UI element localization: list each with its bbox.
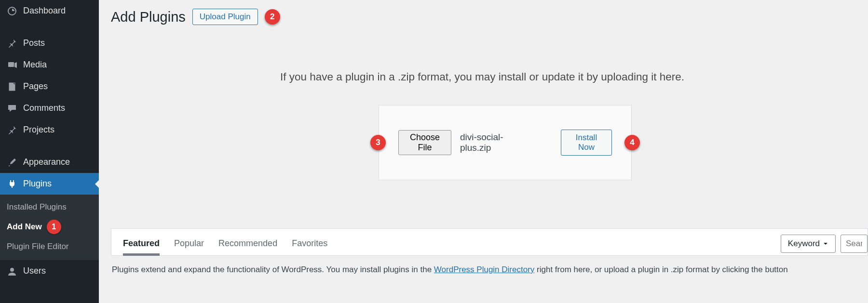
- page-header: Add Plugins Upload Plugin 2: [111, 9, 868, 25]
- submenu-plugin-file-editor[interactable]: Plugin File Editor: [0, 238, 99, 255]
- svg-rect-1: [8, 62, 14, 67]
- browse-panel: Featured Popular Recommended Favorites K…: [111, 228, 868, 256]
- user-icon: [6, 266, 18, 276]
- dashboard-icon: [6, 6, 18, 16]
- sidebar-item-appearance[interactable]: Appearance: [0, 151, 99, 173]
- pin-icon: [6, 39, 18, 48]
- marker-4: 4: [624, 135, 640, 150]
- plugins-submenu: Installed Plugins Add New 1 Plugin File …: [0, 195, 99, 260]
- install-now-button[interactable]: Install Now: [561, 130, 612, 156]
- sidebar-item-media[interactable]: Media: [0, 54, 99, 76]
- plug-icon: [6, 179, 18, 189]
- sidebar-item-label: Projects: [23, 125, 54, 135]
- upload-description: If you have a plugin in a .zip format, y…: [111, 71, 854, 83]
- upload-box: 3 Choose File divi-social-plus.zip Insta…: [379, 105, 632, 180]
- sidebar-item-label: Plugins: [23, 179, 52, 189]
- sidebar-item-dashboard[interactable]: Dashboard: [0, 0, 99, 22]
- sidebar-item-label: Posts: [23, 38, 45, 48]
- tab-recommended[interactable]: Recommended: [218, 238, 277, 255]
- sidebar-item-label: Users: [23, 266, 46, 276]
- search-type-label: Keyword: [788, 239, 820, 249]
- admin-sidebar: Dashboard Posts Media Pages Comments Pro…: [0, 0, 99, 303]
- sidebar-item-projects[interactable]: Projects: [0, 119, 99, 141]
- footer-pre: Plugins extend and expand the functional…: [112, 265, 434, 274]
- submenu-label: Installed Plugins: [7, 202, 67, 212]
- upload-plugin-button[interactable]: Upload Plugin: [192, 9, 258, 25]
- sidebar-item-pages[interactable]: Pages: [0, 76, 99, 97]
- sidebar-item-posts[interactable]: Posts: [0, 32, 99, 54]
- search-type-select[interactable]: Keyword: [781, 235, 836, 253]
- comment-icon: [6, 104, 18, 113]
- submenu-label: Add New: [7, 222, 42, 232]
- choose-file-button[interactable]: Choose File: [398, 130, 451, 155]
- footer-help-text: Plugins extend and expand the functional…: [112, 265, 868, 275]
- plugin-tabs: Featured Popular Recommended Favorites: [123, 238, 856, 255]
- sidebar-item-users[interactable]: Users: [0, 260, 99, 282]
- brush-icon: [6, 158, 18, 167]
- selected-file-name: divi-social-plus.zip: [460, 132, 528, 153]
- sidebar-item-comments[interactable]: Comments: [0, 97, 99, 119]
- tab-popular[interactable]: Popular: [174, 238, 204, 255]
- tab-favorites[interactable]: Favorites: [292, 238, 327, 255]
- footer-post: right from here, or upload a plugin in .…: [534, 265, 787, 274]
- sidebar-item-label: Media: [23, 60, 47, 70]
- submenu-add-new[interactable]: Add New 1: [0, 216, 99, 238]
- sidebar-item-label: Appearance: [23, 157, 70, 167]
- submenu-label: Plugin File Editor: [7, 242, 69, 251]
- plugin-search-input[interactable]: [841, 235, 868, 253]
- marker-1: 1: [47, 220, 61, 234]
- main-content: Add Plugins Upload Plugin 2 If you have …: [99, 0, 868, 303]
- pin-icon: [6, 125, 18, 135]
- media-icon: [6, 60, 18, 70]
- page-icon: [6, 82, 18, 92]
- plugin-directory-link[interactable]: WordPress Plugin Directory: [434, 265, 534, 274]
- tab-featured[interactable]: Featured: [123, 238, 160, 255]
- chevron-down-icon: [823, 241, 828, 247]
- sidebar-item-label: Dashboard: [23, 6, 66, 16]
- sidebar-item-label: Comments: [23, 103, 65, 113]
- page-title: Add Plugins: [111, 9, 186, 25]
- marker-2: 2: [265, 9, 280, 25]
- sidebar-item-plugins[interactable]: Plugins: [0, 173, 99, 195]
- submenu-installed-plugins[interactable]: Installed Plugins: [0, 198, 99, 216]
- svg-point-3: [10, 268, 14, 272]
- search-tools: Keyword: [781, 235, 868, 253]
- marker-3: 3: [370, 135, 386, 150]
- sidebar-item-label: Pages: [23, 81, 48, 92]
